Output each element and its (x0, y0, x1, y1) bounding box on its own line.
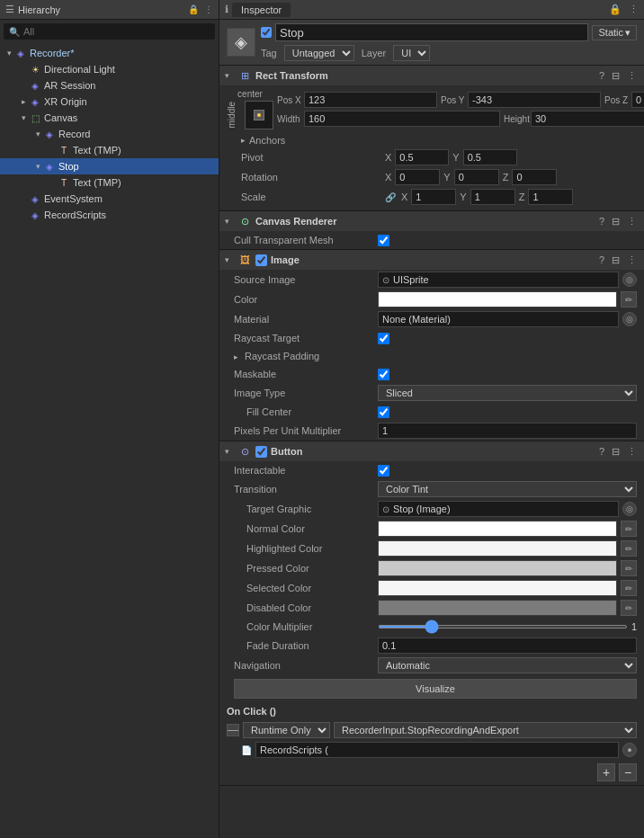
image-settings-icon[interactable]: ⊟ (610, 254, 622, 266)
pixels-per-unit-input[interactable] (378, 423, 637, 439)
canvas-renderer-help-icon[interactable]: ? (597, 216, 606, 227)
image-header[interactable]: ▾ 🖼 Image ? ⊟ ⋮ (219, 250, 644, 270)
static-button[interactable]: Static ▾ (592, 25, 637, 40)
tree-item-stop-tmp[interactable]: ▸ T Text (TMP) (0, 174, 219, 191)
rect-width-input[interactable] (304, 111, 500, 127)
rect-transform-actions: ? ⊟ ⋮ (597, 70, 639, 82)
disabled-color-swatch[interactable] (378, 600, 617, 616)
rect-posx-input[interactable] (304, 92, 437, 108)
object-enabled-checkbox[interactable] (261, 27, 272, 38)
onclick-function-select[interactable]: RecorderInput.StopRecordingAndExport (334, 722, 637, 738)
tree-item-recorder[interactable]: ▾ ◈ Recorder* (0, 45, 219, 61)
rect-rot-z-input[interactable] (512, 169, 557, 185)
image-type-select[interactable]: Sliced (378, 385, 637, 401)
tree-item-record[interactable]: ▾ ◈ Record (0, 126, 219, 142)
button-settings-icon[interactable]: ⊟ (610, 446, 622, 458)
rect-anchors-row[interactable]: ▸ Anchors (227, 133, 637, 147)
pressed-color-swatch[interactable] (378, 560, 617, 576)
raycast-target-checkbox[interactable] (378, 333, 389, 344)
tree-item-record-tmp[interactable]: ▸ T Text (TMP) (0, 142, 219, 158)
cull-transparent-checkbox[interactable] (378, 235, 389, 246)
visualize-button[interactable]: Visualize (234, 679, 637, 699)
hierarchy-more-icon[interactable]: ⋮ (204, 4, 213, 14)
source-image-picker[interactable]: ◎ (622, 272, 637, 287)
rect-anchor-box[interactable] (245, 101, 273, 129)
rect-height-label: Height (504, 114, 529, 124)
fill-center-checkbox[interactable] (378, 406, 389, 418)
rect-scale-y-input[interactable] (470, 189, 515, 205)
tree-item-record-scripts[interactable]: ▸ ◈ RecordScripts (0, 207, 219, 223)
tree-item-canvas[interactable]: ▾ ⬚ Canvas (0, 110, 219, 126)
hierarchy-search-input[interactable] (23, 26, 210, 37)
normal-color-swatch[interactable] (378, 521, 617, 537)
rect-posz-input[interactable] (631, 92, 644, 108)
rect-transform-help-icon[interactable]: ? (597, 70, 606, 81)
object-name-input[interactable] (275, 23, 588, 41)
image-color-picker-btn[interactable]: ✏ (621, 291, 637, 308)
disabled-color-picker-btn[interactable]: ✏ (621, 600, 637, 616)
rect-height-input[interactable] (531, 111, 644, 127)
material-ref[interactable]: None (Material) (378, 311, 619, 327)
hierarchy-search-bar[interactable]: 🔍 (4, 23, 215, 40)
highlighted-color-swatch[interactable] (378, 540, 617, 557)
tree-item-directional-light[interactable]: ▸ ☀ Directional Light (0, 61, 219, 77)
script-dot-button[interactable]: ● (622, 743, 637, 757)
pressed-color-picker-btn[interactable]: ✏ (621, 560, 637, 576)
tree-item-event-system[interactable]: ▸ ◈ EventSystem (0, 191, 219, 207)
canvas-renderer-settings-icon[interactable]: ⊟ (610, 216, 622, 227)
rect-rot-y-input[interactable] (454, 169, 499, 185)
target-graphic-ref[interactable]: ⊙ Stop (Image) (378, 501, 619, 517)
rect-transform-settings-icon[interactable]: ⊟ (610, 70, 622, 82)
color-multiplier-label: Color Multiplier (234, 621, 378, 632)
selected-color-picker-btn[interactable]: ✏ (621, 580, 637, 596)
rect-scale-x-input[interactable] (411, 189, 456, 205)
interactable-checkbox[interactable] (378, 465, 389, 477)
normal-color-picker-btn[interactable]: ✏ (621, 521, 637, 537)
color-multiplier-slider[interactable] (378, 625, 628, 628)
navigation-select[interactable]: Automatic (378, 657, 637, 673)
transition-select[interactable]: Color Tint (378, 481, 637, 497)
rect-scale-z-input[interactable] (528, 189, 573, 205)
layer-select[interactable]: UI (393, 45, 430, 61)
button-enabled-checkbox[interactable] (255, 446, 267, 458)
tree-item-ar-session[interactable]: ▸ ◈ AR Session (0, 77, 219, 94)
image-more-icon[interactable]: ⋮ (625, 254, 639, 266)
rect-posy-input[interactable] (468, 92, 601, 108)
tree-label-es: EventSystem (44, 193, 103, 204)
maskable-checkbox[interactable] (378, 369, 389, 380)
inspector-settings-icon[interactable]: ⋮ (629, 4, 639, 15)
tree-item-stop[interactable]: ▾ ◈ Stop (0, 158, 219, 174)
inspector-tab[interactable]: Inspector (232, 3, 291, 17)
source-image-ref[interactable]: ⊙ UISprite (378, 272, 619, 288)
hierarchy-lock-icon[interactable]: 🔒 (188, 4, 199, 14)
rect-transform-more-icon[interactable]: ⋮ (625, 70, 639, 82)
canvas-renderer-header[interactable]: ▾ ⊙ Canvas Renderer ? ⊟ ⋮ (219, 211, 644, 231)
rect-pivot-x-input[interactable] (395, 149, 449, 165)
tag-select[interactable]: Untagged (284, 45, 354, 61)
image-color-swatch[interactable] (378, 291, 617, 308)
material-picker[interactable]: ◎ (622, 312, 637, 326)
highlighted-color-picker-btn[interactable]: ✏ (621, 540, 637, 557)
target-graphic-value-area: ⊙ Stop (Image) ◎ (378, 501, 637, 517)
tree-label-ar: AR Session (44, 80, 95, 91)
image-icon: 🖼 (237, 253, 252, 267)
rect-wh-row: Width Height ⊟ R (277, 111, 644, 127)
button-more-icon[interactable]: ⋮ (625, 446, 639, 458)
selected-color-swatch[interactable] (378, 580, 617, 596)
rect-transform-header[interactable]: ▾ ⊞ Rect Transform ? ⊟ ⋮ (219, 66, 644, 85)
fade-duration-input[interactable] (378, 637, 637, 654)
script-ref-input[interactable] (255, 742, 619, 758)
inspector-lock-icon[interactable]: 🔒 (609, 4, 622, 15)
image-enabled-checkbox[interactable] (255, 254, 267, 266)
tree-item-xr-origin[interactable]: ▸ ◈ XR Origin (0, 94, 219, 110)
add-onclick-button[interactable]: + (597, 763, 615, 781)
image-help-icon[interactable]: ? (597, 254, 606, 265)
runtime-only-select[interactable]: Runtime Only (243, 722, 330, 738)
rect-rot-x-input[interactable] (395, 169, 440, 185)
button-header[interactable]: ▾ ⊙ Button ? ⊟ ⋮ (219, 441, 644, 461)
rect-pivot-y-input[interactable] (463, 149, 517, 165)
remove-onclick-button[interactable]: − (619, 763, 637, 781)
target-graphic-picker[interactable]: ◎ (622, 502, 637, 516)
button-help-icon[interactable]: ? (597, 446, 606, 457)
canvas-renderer-more-icon[interactable]: ⋮ (625, 216, 639, 227)
